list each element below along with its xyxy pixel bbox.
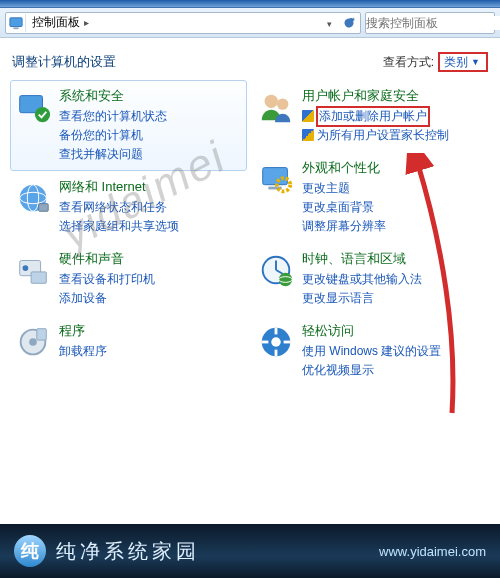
clock-icon xyxy=(256,250,296,290)
hardware-icon xyxy=(13,250,53,290)
sub-bar: 调整计算机的设置 查看方式: 类别 ▼ xyxy=(0,38,500,78)
category-link[interactable]: 使用 Windows 建议的设置 xyxy=(302,342,441,361)
ease-icon xyxy=(256,322,296,362)
view-by: 查看方式: 类别 ▼ xyxy=(383,52,488,72)
control-panel-icon xyxy=(6,14,26,32)
category-clock: 时钟、语言和区域更改键盘或其他输入法更改显示语言 xyxy=(253,243,490,315)
chevron-down-icon: ▼ xyxy=(471,57,480,67)
category-title[interactable]: 轻松访问 xyxy=(302,322,441,340)
left-column: 系统和安全查看您的计算机状态备份您的计算机查找并解决问题网络和 Internet… xyxy=(10,80,247,387)
category-title[interactable]: 网络和 Internet xyxy=(59,178,179,196)
view-by-dropdown[interactable]: 类别 ▼ xyxy=(438,52,488,72)
category-link[interactable]: 选择家庭组和共享选项 xyxy=(59,217,179,236)
search-input[interactable] xyxy=(366,16,500,30)
category-link[interactable]: 更改键盘或其他输入法 xyxy=(302,270,422,289)
footer-url: www.yidaimei.com xyxy=(379,544,486,559)
category-link[interactable]: 更改显示语言 xyxy=(302,289,422,308)
network-icon xyxy=(13,178,53,218)
svg-point-17 xyxy=(277,98,288,109)
svg-point-16 xyxy=(265,95,278,108)
category-columns: 系统和安全查看您的计算机状态备份您的计算机查找并解决问题网络和 Internet… xyxy=(0,78,500,397)
programs-icon xyxy=(13,322,53,362)
system-security-icon xyxy=(13,87,53,127)
category-link[interactable]: 优化视频显示 xyxy=(302,361,441,380)
breadcrumb-bar[interactable]: 控制面板▸ ▾ xyxy=(5,12,361,34)
category-title[interactable]: 程序 xyxy=(59,322,107,340)
svg-rect-0 xyxy=(9,17,21,26)
appearance-icon xyxy=(256,159,296,199)
category-hardware: 硬件和声音查看设备和打印机添加设备 xyxy=(10,243,247,315)
category-programs: 程序卸载程序 xyxy=(10,315,247,369)
category-title[interactable]: 时钟、语言和区域 xyxy=(302,250,422,268)
category-link[interactable]: 添加或删除用户帐户 xyxy=(302,107,449,126)
category-appearance: 外观和个性化更改主题更改桌面背景调整屏幕分辨率 xyxy=(253,152,490,243)
category-link[interactable]: 更改主题 xyxy=(302,179,386,198)
svg-point-14 xyxy=(29,338,37,346)
category-link[interactable]: 为所有用户设置家长控制 xyxy=(302,126,449,145)
breadcrumb-history-dropdown[interactable]: ▾ xyxy=(317,16,338,30)
category-title[interactable]: 硬件和声音 xyxy=(59,250,155,268)
svg-point-5 xyxy=(35,107,50,122)
breadcrumb-root[interactable]: 控制面板▸ xyxy=(26,14,95,31)
category-system-security: 系统和安全查看您的计算机状态备份您的计算机查找并解决问题 xyxy=(10,80,247,171)
svg-rect-9 xyxy=(39,204,49,212)
category-link[interactable]: 卸载程序 xyxy=(59,342,107,361)
category-link[interactable]: 查看您的计算机状态 xyxy=(59,107,167,126)
window-titlebar xyxy=(0,0,500,8)
category-user-accounts: 用户帐户和家庭安全添加或删除用户帐户为所有用户设置家长控制 xyxy=(253,80,490,152)
category-network: 网络和 Internet查看网络状态和任务选择家庭组和共享选项 xyxy=(10,171,247,243)
category-ease: 轻松访问使用 Windows 建议的设置优化视频显示 xyxy=(253,315,490,387)
search-box[interactable] xyxy=(365,12,495,34)
category-title[interactable]: 用户帐户和家庭安全 xyxy=(302,87,449,105)
category-title[interactable]: 系统和安全 xyxy=(59,87,167,105)
svg-rect-1 xyxy=(13,27,18,29)
right-column: 用户帐户和家庭安全添加或删除用户帐户为所有用户设置家长控制外观和个性化更改主题更… xyxy=(253,80,490,387)
svg-rect-18 xyxy=(263,168,288,185)
user-accounts-icon xyxy=(256,87,296,127)
category-link[interactable]: 查看网络状态和任务 xyxy=(59,198,179,217)
footer: 纯 纯净系统家园 www.yidaimei.com xyxy=(0,524,500,578)
footer-logo-icon: 纯 xyxy=(14,535,46,567)
category-link[interactable]: 备份您的计算机 xyxy=(59,126,167,145)
page-heading: 调整计算机的设置 xyxy=(12,53,383,71)
category-title[interactable]: 外观和个性化 xyxy=(302,159,386,177)
view-by-label: 查看方式: xyxy=(383,54,434,71)
svg-point-12 xyxy=(23,265,29,271)
category-link[interactable]: 查找并解决问题 xyxy=(59,145,167,164)
svg-point-24 xyxy=(279,273,292,286)
svg-point-27 xyxy=(271,337,281,347)
refresh-icon[interactable] xyxy=(338,17,360,29)
category-link[interactable]: 查看设备和打印机 xyxy=(59,270,155,289)
nav-bar: 控制面板▸ ▾ xyxy=(0,8,500,38)
svg-rect-11 xyxy=(31,272,46,283)
category-link[interactable]: 更改桌面背景 xyxy=(302,198,386,217)
svg-rect-15 xyxy=(37,329,47,340)
footer-brand: 纯净系统家园 xyxy=(56,538,200,565)
category-link[interactable]: 添加设备 xyxy=(59,289,155,308)
category-link[interactable]: 调整屏幕分辨率 xyxy=(302,217,386,236)
